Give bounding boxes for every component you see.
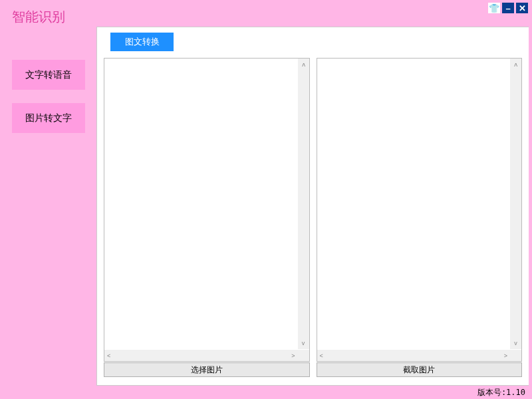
caret-right-icon: > (291, 352, 295, 359)
right-scroll-corner (510, 350, 521, 361)
titlebar: 👕 – ✕ (0, 0, 532, 16)
tshirt-icon: 👕 (489, 3, 499, 13)
close-icon: ✕ (519, 3, 526, 13)
left-scrollbar-vertical[interactable]: ʌ v (298, 59, 309, 349)
right-textbox[interactable]: ʌ v < > (317, 58, 523, 362)
caret-right-icon: > (504, 352, 507, 359)
caret-left-icon: < (320, 352, 323, 359)
tab-label: 图文转换 (125, 36, 160, 48)
right-scrollbar-horizontal[interactable]: < > (317, 350, 511, 361)
caret-down-icon: v (302, 340, 305, 346)
sidebar: 文字转语音 图片转文字 (0, 27, 96, 386)
right-scrollbar-vertical[interactable]: ʌ v (510, 59, 521, 349)
minimize-button[interactable]: – (502, 3, 514, 13)
skin-button[interactable]: 👕 (488, 3, 500, 13)
choose-image-button[interactable]: 选择图片 (104, 362, 310, 377)
right-panel: ʌ v < > 截取图片 (317, 58, 523, 377)
panels-row: ʌ v < > 选择图片 ʌ v < > (104, 58, 522, 377)
sidebar-item-ocr[interactable]: 图片转文字 (12, 103, 85, 133)
minimize-icon: – (505, 3, 510, 13)
sidebar-item-tts[interactable]: 文字转语音 (12, 60, 85, 90)
caret-left-icon: < (107, 352, 110, 359)
button-label: 截取图片 (403, 364, 435, 376)
caret-up-icon: ʌ (302, 61, 305, 68)
button-label: 选择图片 (191, 364, 223, 376)
version-label: 版本号:1.10 (477, 387, 525, 398)
sidebar-item-label: 图片转文字 (25, 112, 72, 124)
left-panel: ʌ v < > 选择图片 (104, 58, 310, 377)
capture-image-button[interactable]: 截取图片 (317, 362, 523, 377)
close-button[interactable]: ✕ (516, 3, 528, 13)
sidebar-item-label: 文字转语音 (25, 69, 72, 81)
main-panel: 图文转换 ʌ v < > 选择图片 ʌ v (96, 27, 529, 386)
left-scrollbar-horizontal[interactable]: < > (104, 350, 298, 361)
left-scroll-corner (298, 350, 309, 361)
left-textbox[interactable]: ʌ v < > (104, 58, 310, 362)
caret-up-icon: ʌ (514, 61, 517, 68)
tab-image-text[interactable]: 图文转换 (110, 33, 174, 51)
status-bar: 版本号:1.10 (0, 386, 532, 399)
app-title: 智能识别 (12, 8, 65, 26)
caret-down-icon: v (514, 340, 517, 346)
